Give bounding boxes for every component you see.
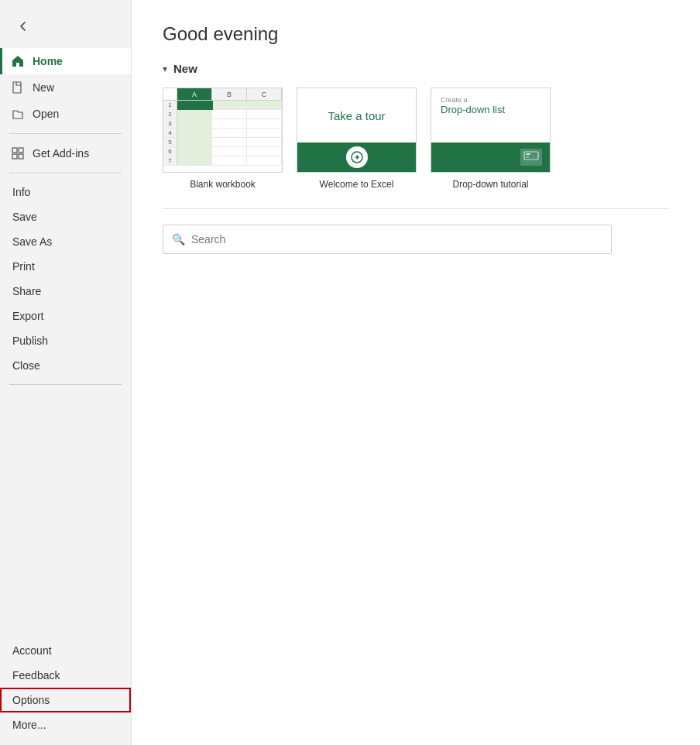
open-icon bbox=[11, 107, 25, 121]
dropdown-title-text: Drop-down list bbox=[441, 104, 540, 115]
sidebar-item-account[interactable]: Account bbox=[0, 638, 131, 663]
sidebar-item-addins-label: Get Add-ins bbox=[33, 147, 89, 160]
sidebar-item-new[interactable]: New bbox=[0, 74, 131, 101]
back-button[interactable] bbox=[8, 11, 39, 42]
section-divider bbox=[163, 208, 669, 209]
svg-rect-7 bbox=[526, 153, 530, 155]
sidebar-divider-2 bbox=[9, 173, 122, 173]
sidebar-item-new-label: New bbox=[33, 81, 54, 94]
new-section-chevron[interactable]: ▾ bbox=[163, 64, 167, 74]
greeting-heading: Good evening bbox=[163, 23, 669, 45]
sidebar-item-share[interactable]: Share bbox=[0, 279, 131, 304]
svg-rect-4 bbox=[19, 154, 23, 159]
welcome-arrow-icon bbox=[346, 146, 368, 168]
sidebar-item-save[interactable]: Save bbox=[0, 204, 131, 229]
sidebar-bottom: Account Feedback Options More... bbox=[0, 638, 131, 745]
sidebar: Home New Open Get Add-ins Info Save Save… bbox=[0, 0, 132, 745]
sidebar-item-open-label: Open bbox=[33, 108, 59, 120]
sidebar-item-print[interactable]: Print bbox=[0, 254, 131, 279]
svg-rect-3 bbox=[12, 154, 17, 159]
sidebar-item-open[interactable]: Open bbox=[0, 101, 131, 127]
sidebar-item-feedback[interactable]: Feedback bbox=[0, 663, 131, 688]
welcome-tagline: Take a tour bbox=[297, 88, 416, 142]
sidebar-item-more[interactable]: More... bbox=[0, 712, 131, 737]
sidebar-item-home-label: Home bbox=[33, 55, 63, 67]
sidebar-item-export[interactable]: Export bbox=[0, 304, 131, 328]
blank-workbook-label: Blank workbook bbox=[190, 179, 256, 190]
dropdown-tutorial-label: Drop-down tutorial bbox=[452, 179, 528, 190]
new-section-header: ▾ New bbox=[163, 62, 669, 75]
dropdown-create-a: Create a bbox=[441, 96, 540, 104]
search-container: 🔍 bbox=[163, 225, 612, 254]
sidebar-divider-1 bbox=[9, 133, 122, 134]
home-icon bbox=[11, 54, 25, 68]
svg-rect-8 bbox=[526, 156, 529, 158]
sidebar-item-home[interactable]: Home bbox=[0, 48, 131, 74]
sidebar-item-options[interactable]: Options bbox=[0, 688, 131, 712]
welcome-excel-thumb: Take a tour bbox=[297, 88, 417, 173]
sidebar-item-close[interactable]: Close bbox=[0, 353, 131, 378]
sidebar-divider-3 bbox=[9, 384, 122, 385]
sidebar-item-addins[interactable]: Get Add-ins bbox=[0, 140, 131, 167]
dropdown-thumb-icon bbox=[520, 149, 542, 166]
sidebar-item-save-as[interactable]: Save As bbox=[0, 229, 131, 254]
templates-row: A B C 1 2 bbox=[163, 88, 669, 190]
blank-workbook-thumb: A B C 1 2 bbox=[163, 88, 283, 173]
template-blank-workbook[interactable]: A B C 1 2 bbox=[163, 88, 283, 190]
search-input[interactable] bbox=[163, 225, 612, 254]
sidebar-item-publish[interactable]: Publish bbox=[0, 328, 131, 353]
svg-rect-2 bbox=[19, 148, 23, 153]
svg-rect-1 bbox=[12, 148, 17, 153]
new-doc-icon bbox=[11, 81, 25, 94]
template-welcome-excel[interactable]: Take a tour Welcome to Excel bbox=[297, 88, 417, 190]
search-icon: 🔍 bbox=[172, 233, 185, 245]
dropdown-tutorial-thumb: Create a Drop-down list bbox=[431, 88, 551, 173]
new-section-title: New bbox=[173, 62, 197, 75]
welcome-excel-label: Welcome to Excel bbox=[320, 179, 394, 190]
sidebar-item-info[interactable]: Info bbox=[0, 180, 131, 204]
template-dropdown-tutorial[interactable]: Create a Drop-down list bbox=[431, 88, 551, 190]
svg-rect-0 bbox=[13, 82, 21, 93]
addins-icon bbox=[11, 146, 25, 160]
main-content: Good evening ▾ New A B C bbox=[132, 0, 700, 745]
